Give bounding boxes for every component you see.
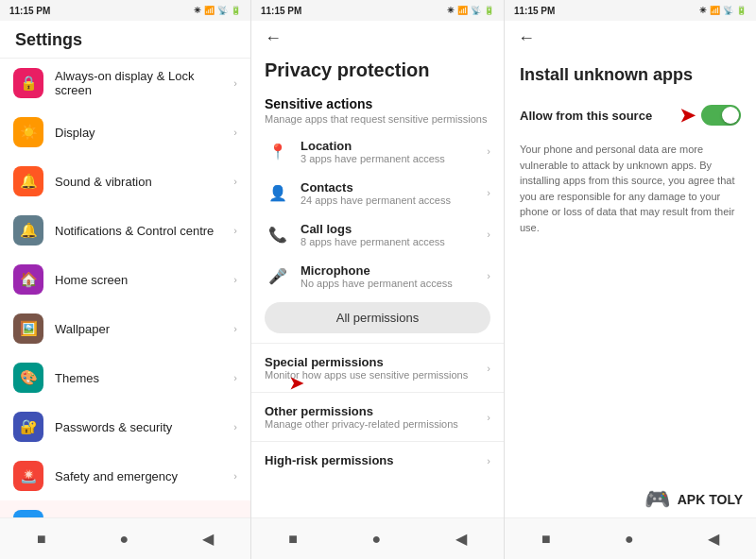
red-arrow-privacy: ➤	[0, 513, 4, 517]
wifi-icon: 📡	[217, 6, 228, 15]
privacy-item-calllogs[interactable]: 📞 Call logs 8 apps have permanent access…	[251, 213, 504, 255]
back-btn-2[interactable]: ←	[265, 28, 282, 48]
sensitive-actions-label: Sensitive actions	[251, 91, 504, 113]
privacy-item-location[interactable]: 📍 Location 3 apps have permanent access …	[251, 130, 504, 172]
settings-item-themes[interactable]: 🎨 Themes ›	[0, 353, 250, 402]
nav-bar-2: ■ ● ◀	[251, 517, 504, 559]
nav-triangle-1[interactable]: ◀	[191, 526, 225, 551]
toggle-area: ➤	[679, 104, 741, 127]
other-text: Other permissions Manage other privacy-r…	[265, 404, 487, 430]
calllogs-icon: 📞	[265, 221, 291, 247]
nav-square-2[interactable]: ■	[277, 527, 309, 551]
allow-source-toggle[interactable]	[701, 105, 741, 126]
chevron-always-on: ›	[233, 77, 237, 89]
other-title: Other permissions	[265, 404, 487, 418]
bluetooth-icon: ✳	[194, 6, 201, 15]
always-on-icon: 🔒	[13, 68, 43, 98]
passwords-label: Passwords & security	[55, 420, 233, 434]
wifi-icon-2: 📡	[471, 6, 481, 15]
highrisk-text: High-risk permissions	[265, 453, 487, 467]
nav-circle-1[interactable]: ●	[108, 527, 140, 551]
chevron-safety: ›	[233, 470, 237, 482]
settings-item-display[interactable]: ☀️ Display ›	[0, 108, 250, 157]
chevron-highrisk: ›	[487, 455, 490, 466]
status-icons-2: ✳ 📶 📡 🔋	[447, 6, 494, 15]
privacy-item-microphone[interactable]: 🎤 Microphone No apps have permanent acce…	[251, 255, 504, 296]
safety-icon: 🚨	[13, 461, 43, 491]
settings-item-privacy[interactable]: 🛡️ Privacy protection › ➤	[0, 500, 250, 517]
chevron-contacts: ›	[487, 187, 490, 198]
privacy-header: ←	[251, 21, 504, 56]
home-icon: 🏠	[13, 264, 43, 295]
bluetooth-icon-3: ✳	[699, 6, 707, 15]
nav-triangle-3[interactable]: ◀	[696, 526, 730, 551]
location-text: Location 3 apps have permanent access	[301, 139, 487, 164]
spacer	[505, 279, 756, 483]
themes-icon: 🎨	[13, 363, 43, 393]
chevron-calllogs: ›	[487, 229, 490, 240]
nav-bar-1: ■ ● ◀	[0, 517, 250, 559]
status-bar-2: 11:15 PM ✳ 📶 📡 🔋	[251, 0, 504, 21]
toggle-row: Allow from this source ➤	[520, 98, 741, 132]
divider-1	[251, 343, 504, 344]
chevron-passwords: ›	[233, 421, 237, 432]
privacy-item-contacts[interactable]: 👤 Contacts 24 apps have permanent access…	[251, 172, 504, 213]
settings-item-notifications[interactable]: 🔔 Notifications & Control centre ›	[0, 206, 250, 255]
time-2: 11:15 PM	[261, 6, 301, 16]
safety-label: Safety and emergency	[55, 469, 233, 483]
signal-icon-3: 📶	[710, 6, 720, 15]
settings-item-safety[interactable]: 🚨 Safety and emergency ›	[0, 451, 250, 500]
nav-bar-3: ■ ● ◀	[505, 517, 756, 559]
settings-title: Settings	[0, 21, 250, 59]
sound-icon: 🔔	[13, 166, 43, 196]
privacy-item-highrisk[interactable]: High-risk permissions ›	[251, 446, 504, 475]
nav-circle-2[interactable]: ●	[360, 527, 392, 551]
back-btn-3[interactable]: ←	[518, 28, 535, 48]
wallpaper-label: Wallpaper	[55, 322, 233, 336]
signal-icon-2: 📶	[457, 6, 468, 15]
privacy-item-other[interactable]: Other permissions Manage other privacy-r…	[251, 397, 504, 437]
chevron-special: ›	[487, 363, 490, 374]
apk-toly-badge: 🎮 APK TOLY	[505, 482, 756, 517]
always-on-label: Always-on display & Lock screen	[55, 69, 233, 97]
settings-item-wallpaper[interactable]: 🖼️ Wallpaper ›	[0, 304, 250, 353]
settings-item-home[interactable]: 🏠 Home screen ›	[0, 255, 250, 304]
calllogs-title: Call logs	[301, 222, 487, 236]
chevron-location: ›	[487, 145, 490, 157]
chevron-display: ›	[233, 127, 237, 138]
toggle-label: Allow from this source	[520, 109, 652, 123]
contacts-text: Contacts 24 apps have permanent access	[301, 180, 487, 206]
nav-circle-3[interactable]: ●	[613, 527, 645, 551]
battery-icon-1: 🔋	[231, 6, 241, 15]
nav-triangle-2[interactable]: ◀	[444, 526, 478, 551]
microphone-icon: 🎤	[265, 263, 291, 289]
highrisk-title: High-risk permissions	[265, 453, 487, 467]
calllogs-text: Call logs 8 apps have permanent access	[301, 222, 487, 247]
contacts-title: Contacts	[301, 180, 487, 195]
calllogs-sub: 8 apps have permanent access	[301, 236, 487, 247]
location-sub: 3 apps have permanent access	[301, 153, 487, 164]
wifi-icon-3: 📡	[723, 6, 733, 15]
apk-toly-text: APK TOLY	[678, 492, 743, 507]
chevron-wallpaper: ›	[233, 323, 237, 334]
install-header: ←	[505, 21, 756, 56]
settings-item-always-on[interactable]: 🔒 Always-on display & Lock screen ›	[0, 59, 250, 108]
all-permissions-button[interactable]: All permissions	[265, 302, 490, 333]
special-title: Special permissions	[265, 355, 487, 369]
settings-item-passwords[interactable]: 🔐 Passwords & security ›	[0, 402, 250, 451]
divider-3	[251, 441, 504, 442]
chevron-home: ›	[233, 274, 237, 285]
privacy-item-special[interactable]: Special permissions Monitor how apps use…	[251, 347, 504, 388]
settings-item-sound[interactable]: 🔔 Sound & vibration ›	[0, 157, 250, 206]
privacy-icon: 🛡️	[13, 510, 43, 517]
notifications-label: Notifications & Control centre	[55, 224, 233, 238]
chevron-microphone: ›	[487, 270, 490, 281]
status-bar-1: 11:15 PM ✳ 📶 📡 🔋	[0, 0, 250, 21]
display-icon: ☀️	[13, 117, 43, 147]
nav-square-3[interactable]: ■	[530, 527, 562, 551]
other-sub: Manage other privacy-related permissions	[265, 418, 487, 430]
home-label: Home screen	[55, 273, 233, 287]
chevron-notifications: ›	[233, 225, 237, 236]
bluetooth-icon-2: ✳	[447, 6, 455, 15]
nav-square-1[interactable]: ■	[26, 527, 58, 551]
